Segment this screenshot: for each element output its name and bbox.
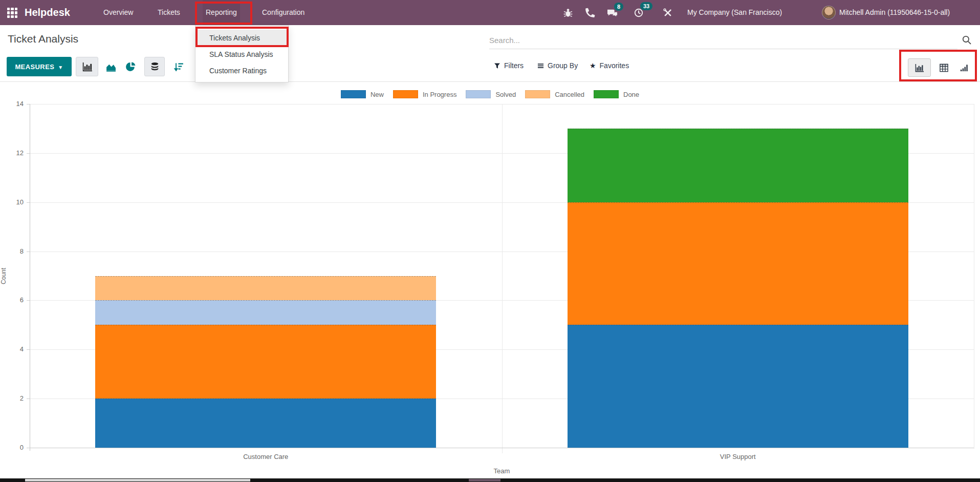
- cohort-bars-icon: [960, 63, 969, 73]
- y-tick-label-4: 4: [6, 345, 24, 353]
- x-tick-label-customer-care: Customer Care: [204, 453, 327, 460]
- bar-segment-vip-support-new[interactable]: [568, 325, 908, 448]
- view-switcher-graph[interactable]: [908, 58, 931, 77]
- legend-swatch-new: [341, 90, 366, 98]
- pie-chart-type-button[interactable]: [121, 57, 140, 76]
- tools-icon[interactable]: [663, 8, 673, 18]
- bar-chart-icon: [82, 61, 93, 72]
- chart-area: NewIn ProgressSolvedCancelledDone Count …: [0, 82, 980, 478]
- top-navbar: Helpdesk OverviewTicketsReportingConfigu…: [0, 0, 980, 25]
- app-brand[interactable]: Helpdesk: [25, 0, 70, 25]
- nav-menu-tickets[interactable]: Tickets: [155, 0, 183, 25]
- legend-label: Done: [623, 91, 639, 98]
- bug-icon[interactable]: [563, 8, 573, 18]
- legend-item-in-progress[interactable]: In Progress: [393, 90, 456, 98]
- y-tick-label-6: 6: [6, 296, 24, 304]
- user-menu[interactable]: Mitchell Admin (11950646-15-0-all): [839, 0, 950, 25]
- legend-item-done[interactable]: Done: [594, 90, 639, 98]
- legend-label: In Progress: [423, 91, 456, 98]
- legend-swatch-cancelled: [525, 90, 550, 98]
- area-chart-icon: [105, 61, 116, 72]
- user-avatar[interactable]: [822, 6, 836, 19]
- pivot-table-icon: [939, 63, 949, 73]
- nav-menu-reporting[interactable]: Reporting: [203, 0, 240, 25]
- legend-label: Cancelled: [555, 91, 584, 98]
- view-switcher-cohort[interactable]: [954, 58, 974, 77]
- bottom-edge-bar: [0, 478, 980, 482]
- graph-view-icon: [914, 63, 924, 73]
- nav-menu-overview[interactable]: Overview: [100, 0, 136, 25]
- measures-button[interactable]: MEASURES▼: [7, 57, 72, 76]
- legend-item-cancelled[interactable]: Cancelled: [525, 90, 584, 98]
- stacked-toggle-button[interactable]: [144, 57, 165, 76]
- sort-descending-icon: [173, 61, 184, 72]
- list-lines-icon: [537, 62, 544, 69]
- messages-badge[interactable]: 8: [614, 3, 623, 11]
- legend-label: Solved: [495, 91, 516, 98]
- y-tick-label-2: 2: [6, 394, 24, 402]
- star-icon: ★: [590, 61, 596, 70]
- bottom-edge-light-segment: [25, 479, 250, 481]
- y-axis-title: Count: [0, 259, 7, 293]
- legend-swatch-solved: [466, 90, 491, 98]
- y-tick-label-14: 14: [6, 100, 24, 108]
- x-axis-title: Team: [471, 467, 533, 475]
- chevron-down-icon: ▼: [58, 65, 63, 70]
- y-tick-label-0: 0: [6, 444, 24, 451]
- dropdown-item-sla-status-analysis[interactable]: SLA Status Analysis: [195, 46, 288, 62]
- legend-label: New: [371, 91, 384, 98]
- x-tick-label-vip-support: VIP Support: [677, 453, 799, 460]
- legend-item-solved[interactable]: Solved: [466, 90, 516, 98]
- y-tick-label-8: 8: [6, 247, 24, 255]
- legend-swatch-done: [594, 90, 619, 98]
- reporting-dropdown-menu: Tickets AnalysisSLA Status AnalysisCusto…: [195, 25, 289, 82]
- gridline-x-mid: [502, 104, 503, 453]
- bottom-edge-purple-segment: [469, 479, 500, 481]
- phone-icon[interactable]: [585, 8, 595, 18]
- bar-segment-customer-care-cancelled[interactable]: [95, 276, 436, 301]
- search-input[interactable]: [489, 32, 957, 49]
- favorites-button[interactable]: ★ Favorites: [590, 57, 629, 74]
- legend-item-new[interactable]: New: [341, 90, 384, 98]
- bar-segment-customer-care-new[interactable]: [95, 399, 436, 448]
- gridline-x-right: [974, 104, 974, 449]
- x-axis-line: [30, 448, 974, 448]
- sort-descending-button[interactable]: [169, 57, 188, 76]
- legend-swatch-in-progress: [393, 90, 418, 98]
- control-panel: Ticket Analysis MEASURES▼ Filters Group …: [0, 25, 980, 82]
- dropdown-item-customer-ratings[interactable]: Customer Ratings: [195, 62, 288, 79]
- bar-chart-type-button[interactable]: [76, 57, 98, 76]
- line-chart-type-button[interactable]: [100, 57, 121, 76]
- y-tick-label-10: 10: [6, 198, 24, 206]
- dropdown-item-tickets-analysis[interactable]: Tickets Analysis: [195, 30, 288, 46]
- group-by-button[interactable]: Group By: [537, 57, 578, 74]
- activities-badge[interactable]: 33: [640, 2, 652, 10]
- page-title: Ticket Analysis: [8, 33, 78, 45]
- pie-chart-icon: [125, 61, 136, 72]
- y-axis-line: [30, 104, 30, 451]
- bar-segment-vip-support-in-progress[interactable]: [568, 202, 908, 325]
- bar-segment-customer-care-in-progress[interactable]: [95, 325, 436, 399]
- filters-button[interactable]: Filters: [494, 57, 524, 74]
- bar-segment-customer-care-solved[interactable]: [95, 300, 436, 325]
- search-icon[interactable]: [962, 35, 972, 45]
- funnel-icon: [494, 62, 500, 69]
- apps-grid-icon[interactable]: [7, 8, 17, 18]
- chart-legend: NewIn ProgressSolvedCancelledDone: [0, 90, 980, 98]
- y-tick-label-12: 12: [6, 149, 24, 157]
- stacked-database-icon: [149, 61, 160, 72]
- bar-segment-vip-support-done[interactable]: [568, 129, 908, 202]
- view-switcher-pivot[interactable]: [933, 58, 954, 77]
- company-switcher[interactable]: My Company (San Francisco): [687, 0, 782, 25]
- nav-menu-configuration[interactable]: Configuration: [259, 0, 308, 25]
